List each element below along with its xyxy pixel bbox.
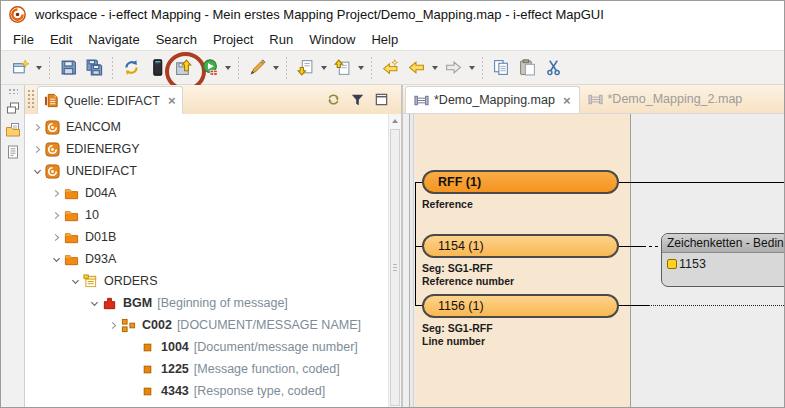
- restore-views-button[interactable]: [3, 98, 23, 118]
- tree-item-d04a[interactable]: D04A: [25, 182, 389, 204]
- back-button[interactable]: [404, 55, 428, 81]
- function-box-item[interactable]: 1153: [662, 253, 784, 271]
- tree-item-bgm[interactable]: BGM[Beginning of message]: [25, 292, 389, 314]
- tree-item-eancom[interactable]: EANCOM: [25, 116, 389, 138]
- connector-1156-solid: [619, 305, 649, 306]
- back-dropdown[interactable]: [429, 55, 440, 81]
- back-icon: [408, 59, 425, 76]
- chevron-down-icon[interactable]: [50, 253, 63, 266]
- import-dropdown[interactable]: [318, 55, 329, 81]
- tree-item-edienergy[interactable]: EDIENERGY: [25, 138, 389, 160]
- doc-lines-icon: [5, 144, 21, 160]
- editor-tab-label: *Demo_Mapping.map: [434, 93, 555, 107]
- close-icon[interactable]: ×: [563, 94, 571, 107]
- link-with-editor-button[interactable]: [323, 90, 343, 110]
- chevron-down-icon[interactable]: [31, 165, 44, 178]
- new-dropdown[interactable]: [33, 55, 44, 81]
- export-icon: [334, 59, 351, 76]
- outline-button[interactable]: [3, 142, 23, 162]
- chevron-right-icon[interactable]: [31, 121, 44, 134]
- highlighter-button[interactable]: [245, 55, 269, 81]
- navigator-button[interactable]: [3, 120, 23, 140]
- new-button[interactable]: [8, 55, 32, 81]
- copy-button[interactable]: [489, 55, 513, 81]
- folder-icon: [63, 207, 80, 223]
- scrollbar-grip: [393, 264, 397, 271]
- tree-item-1004[interactable]: 1004[Document/message number]: [25, 336, 389, 358]
- canvas-left-rail: [403, 114, 410, 408]
- node-rff[interactable]: RFF (1): [422, 170, 619, 194]
- tree-item-d93a[interactable]: D93A: [25, 248, 389, 270]
- tree-connector-trunk: [415, 182, 416, 305]
- chevron-right-icon[interactable]: [107, 319, 120, 332]
- export-dropdown[interactable]: [355, 55, 366, 81]
- editor-tab-bar: *Demo_Mapping.map×*Demo_Mapping_2.map: [403, 85, 784, 114]
- tree-item-4343[interactable]: 4343[Response type, coded]: [25, 380, 389, 402]
- chevron-right-icon[interactable]: [31, 143, 44, 156]
- tree-item-1225[interactable]: 1225[Message function, coded]: [25, 358, 389, 380]
- node-1154[interactable]: 1154 (1): [422, 234, 619, 258]
- tree-connector-stub: [415, 305, 422, 306]
- tree-item-orders[interactable]: ORDERS: [25, 270, 389, 292]
- maximize-button[interactable]: [371, 90, 391, 110]
- export-button[interactable]: [330, 55, 354, 81]
- menu-run[interactable]: Run: [261, 30, 301, 49]
- node-1156[interactable]: 1156 (1): [422, 294, 619, 318]
- console-button[interactable]: [145, 55, 169, 81]
- editor-tab-1[interactable]: *Demo_Mapping.map×: [405, 86, 580, 113]
- save-button[interactable]: [56, 55, 80, 81]
- scroll-up-button[interactable]: [389, 114, 401, 128]
- editor-tab-2[interactable]: *Demo_Mapping_2.map: [580, 85, 751, 113]
- paste-button[interactable]: [515, 55, 539, 81]
- mapping-canvas[interactable]: RFF (1)Reference1154 (1)Seg: SG1-RFFRefe…: [403, 114, 784, 408]
- console-icon: [149, 59, 166, 76]
- composite-icon: [120, 317, 137, 333]
- run-dropdown[interactable]: [222, 55, 233, 81]
- segment-icon: [101, 295, 118, 311]
- import-button[interactable]: [293, 55, 317, 81]
- chevron-down-icon[interactable]: [88, 297, 101, 310]
- filter-button[interactable]: [347, 90, 367, 110]
- tree-item-label: EANCOM: [66, 120, 121, 134]
- save-map-button[interactable]: [171, 55, 195, 81]
- tree-item-unedifact[interactable]: UNEDIFACT: [25, 160, 389, 182]
- chevron-right-icon[interactable]: [50, 231, 63, 244]
- highlighter-dropdown[interactable]: [270, 55, 281, 81]
- menu-window[interactable]: Window: [301, 30, 363, 49]
- tree-item-10[interactable]: 10: [25, 204, 389, 226]
- menu-edit[interactable]: Edit: [42, 30, 80, 49]
- run-button[interactable]: [197, 55, 221, 81]
- editor-area: *Demo_Mapping.map×*Demo_Mapping_2.map RF…: [403, 85, 784, 408]
- refresh-button[interactable]: [119, 55, 143, 81]
- menu-search[interactable]: Search: [148, 30, 205, 49]
- menu-help[interactable]: Help: [363, 30, 406, 49]
- tree-item-c002[interactable]: C002[DOCUMENT/MESSAGE NAME]: [25, 314, 389, 336]
- tree-item-label: C002: [142, 318, 172, 332]
- menu-navigate[interactable]: Navigate: [80, 30, 147, 49]
- forward-dropdown[interactable]: [466, 55, 477, 81]
- chevron-down-icon[interactable]: [69, 275, 82, 288]
- tree-item-d01b[interactable]: D01B: [25, 226, 389, 248]
- save-all-button[interactable]: [82, 55, 106, 81]
- forward-icon: [445, 59, 462, 76]
- tab-quelle-edifact[interactable]: Quelle: EDIFACT ×: [37, 86, 183, 114]
- new-icon: [12, 59, 29, 76]
- chevron-right-icon[interactable]: [50, 209, 63, 222]
- menu-project[interactable]: Project: [205, 30, 261, 49]
- chevron-right-icon[interactable]: [50, 187, 63, 200]
- back-with-new-button[interactable]: [378, 55, 402, 81]
- tree-item-description: [Message function, coded]: [194, 362, 340, 376]
- tree-scrollbar[interactable]: [388, 114, 401, 408]
- run-icon: [201, 59, 218, 76]
- tree-item-label: ORDERS: [104, 274, 157, 288]
- forward-button[interactable]: [441, 55, 465, 81]
- menu-file[interactable]: File: [5, 30, 42, 49]
- logo-icon: [44, 141, 61, 157]
- tree-item-dtm[interactable]: DTM[Date/time/period]: [25, 402, 389, 408]
- app-logo-icon: [9, 6, 26, 23]
- scrollbar-thumb[interactable]: [390, 129, 400, 406]
- close-icon[interactable]: ×: [168, 94, 176, 107]
- back-with-new-icon: [382, 59, 399, 76]
- cut-button[interactable]: [541, 55, 565, 81]
- function-box-zeichenketten[interactable]: Zeichenketten - Beding1153: [661, 233, 784, 287]
